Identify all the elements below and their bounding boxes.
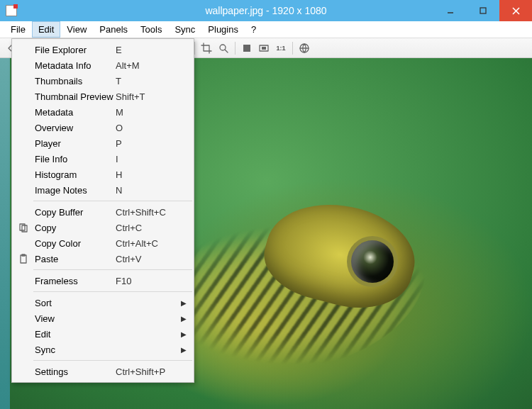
toolbar-separator xyxy=(235,42,235,55)
paste-icon xyxy=(15,253,32,264)
menu-item-shortcut: Ctrl+C xyxy=(116,223,179,233)
copy-icon xyxy=(15,222,32,233)
menu-item-frameless[interactable]: FramelessF10 xyxy=(12,273,194,288)
menu-item-label: Copy Color xyxy=(32,238,116,249)
window-title: wallpaper.jpg - 1920 x 1080 xyxy=(205,5,326,16)
minimize-button[interactable] xyxy=(434,0,467,21)
edit-menu-dropdown: File ExplorerEMetadata InfoAlt+MThumbnai… xyxy=(11,38,194,383)
app-window: wallpaper.jpg - 1920 x 1080 FileEditView… xyxy=(0,0,532,409)
toolbar-fullscreen[interactable] xyxy=(239,40,255,56)
menu-item-shortcut: Ctrl+Alt+C xyxy=(116,238,179,249)
menu-item-shortcut: Shift+T xyxy=(116,91,179,102)
menu-item-label: Sync xyxy=(32,344,116,355)
menu-item-label: File Explorer xyxy=(32,45,116,55)
menu-item-label: Settings xyxy=(32,366,116,377)
toolbar-crop[interactable] xyxy=(199,40,214,56)
menu-item-shortcut: T xyxy=(116,76,179,86)
menu-item-sync[interactable]: Sync▶ xyxy=(12,342,194,357)
menu-separator xyxy=(33,360,192,361)
svg-line-11 xyxy=(225,50,228,52)
toolbar-separator xyxy=(194,42,195,55)
menu-item-label: Edit xyxy=(32,329,116,340)
window-controls xyxy=(434,0,532,21)
menu-separator xyxy=(33,291,192,292)
menu-item-copy[interactable]: CopyCtrl+C xyxy=(12,220,194,235)
menu-item-label: Player xyxy=(32,138,116,149)
menu-item-player[interactable]: PlayerP xyxy=(12,135,194,151)
menu-edit[interactable]: Edit xyxy=(32,21,60,38)
menu-item-sort[interactable]: Sort▶ xyxy=(12,295,194,310)
svg-rect-14 xyxy=(262,47,266,50)
menu-item-view[interactable]: View▶ xyxy=(12,310,194,326)
menu-item-histogram[interactable]: HistogramH xyxy=(12,167,194,182)
menu-tools[interactable]: Tools xyxy=(134,21,168,38)
menu-item-label: Copy Buffer xyxy=(32,207,116,218)
menu-item-label: Copy xyxy=(32,223,116,233)
menu-file[interactable]: File xyxy=(4,21,32,38)
menu-item-copy-buffer[interactable]: Copy BufferCtrl+Shift+C xyxy=(12,204,194,220)
menu-item-thumbnail-preview[interactable]: Thumbnail PreviewShift+T xyxy=(12,89,194,104)
menu-item-label: Histogram xyxy=(32,169,116,180)
menu-item-overview[interactable]: OverviewO xyxy=(12,120,194,135)
toolbar-separator xyxy=(292,42,293,55)
toolbar-slideshow[interactable] xyxy=(256,40,272,56)
titlebar[interactable]: wallpaper.jpg - 1920 x 1080 xyxy=(0,0,532,21)
menu-item-shortcut: Alt+M xyxy=(116,60,179,71)
menu-item-label: Image Notes xyxy=(32,185,116,196)
menu-item-shortcut: F10 xyxy=(116,276,179,286)
menu-item-image-notes[interactable]: Image NotesN xyxy=(12,182,194,198)
menu-sync[interactable]: Sync xyxy=(168,21,201,38)
web-icon xyxy=(299,43,310,54)
close-button[interactable] xyxy=(499,0,532,21)
menu-panels[interactable]: Panels xyxy=(93,21,134,38)
menu-item-label: Frameless xyxy=(32,276,116,286)
menu-item-label: Metadata Info xyxy=(32,60,116,71)
menu-item-shortcut: Ctrl+Shift+C xyxy=(116,207,179,218)
menu-item-copy-color[interactable]: Copy ColorCtrl+Alt+C xyxy=(12,235,194,251)
svg-rect-1 xyxy=(480,8,486,13)
menu-item-label: Sort xyxy=(32,298,116,308)
menu-item-label: Metadata xyxy=(32,107,116,118)
menu-item-edit[interactable]: Edit▶ xyxy=(12,326,194,342)
submenu-arrow-icon: ▶ xyxy=(179,346,187,354)
menu-item-shortcut: O xyxy=(116,123,179,133)
menu-item-label: File Info xyxy=(32,154,116,164)
minimize-icon xyxy=(447,7,454,14)
menu-item-shortcut: Ctrl+Shift+P xyxy=(116,366,179,377)
crop-icon xyxy=(201,43,212,54)
actual-size-icon: 1:1 xyxy=(276,45,285,52)
toolbar-web[interactable] xyxy=(297,40,312,56)
maximize-icon xyxy=(480,7,487,14)
menu-item-paste[interactable]: PasteCtrl+V xyxy=(12,251,194,267)
maximize-button[interactable] xyxy=(467,0,499,21)
toolbar-actual-size[interactable]: 1:1 xyxy=(273,40,289,56)
submenu-arrow-icon: ▶ xyxy=(179,315,187,323)
submenu-arrow-icon: ▶ xyxy=(179,299,187,307)
menu-item-label: Paste xyxy=(32,254,116,264)
fullscreen-icon xyxy=(241,43,253,54)
menu-item-metadata-info[interactable]: Metadata InfoAlt+M xyxy=(12,57,194,73)
menu-view[interactable]: View xyxy=(60,21,93,38)
submenu-arrow-icon: ▶ xyxy=(179,330,187,338)
menu-item-shortcut: H xyxy=(116,169,179,180)
toolbar-zoom-region[interactable] xyxy=(216,40,231,56)
menu-separator xyxy=(33,269,192,270)
menu-item-shortcut: I xyxy=(116,154,179,164)
menu-item-settings[interactable]: SettingsCtrl+Shift+P xyxy=(12,364,194,379)
svg-rect-12 xyxy=(243,45,250,52)
menu-item-label: Overview xyxy=(32,123,116,133)
menu-plugins[interactable]: Plugins xyxy=(201,21,245,38)
menu-item-shortcut: M xyxy=(116,107,179,118)
app-icon xyxy=(6,5,17,16)
menu-item-shortcut: N xyxy=(116,185,179,196)
menu-separator xyxy=(33,201,192,201)
menu-item-file-info[interactable]: File InfoI xyxy=(12,151,194,167)
menu-item-label: Thumbnails xyxy=(32,76,116,86)
close-icon xyxy=(512,7,520,15)
menu-help[interactable]: ? xyxy=(245,21,262,38)
menu-item-metadata[interactable]: MetadataM xyxy=(12,104,194,120)
menu-item-shortcut: E xyxy=(116,45,179,55)
menu-item-thumbnails[interactable]: ThumbnailsT xyxy=(12,73,194,89)
menu-item-label: View xyxy=(32,313,116,324)
menu-item-file-explorer[interactable]: File ExplorerE xyxy=(12,42,194,57)
